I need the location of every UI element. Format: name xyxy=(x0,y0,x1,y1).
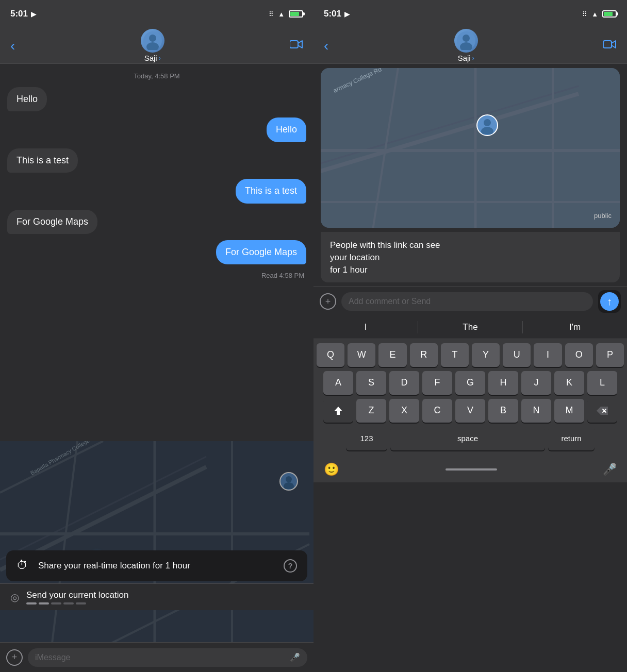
right-nav-bar: ‹ Saji › xyxy=(314,28,627,64)
right-message-input[interactable]: Add comment or Send xyxy=(341,292,593,311)
key-Y[interactable]: Y xyxy=(472,343,500,367)
question-icon[interactable]: ? xyxy=(284,559,297,573)
key-F[interactable]: F xyxy=(422,371,452,395)
key-O[interactable]: O xyxy=(565,343,593,367)
keyboard-row-3: Z X C V B N M xyxy=(317,399,624,423)
key-R[interactable]: R xyxy=(410,343,438,367)
svg-line-20 xyxy=(321,94,579,171)
left-plus-button[interactable]: + xyxy=(6,649,23,666)
send-current-location-row[interactable]: ◎ Send your current location xyxy=(0,583,314,610)
battery-icon xyxy=(289,10,303,18)
svg-rect-19 xyxy=(603,41,612,48)
keyboard-row-2: A S D F G H J K L xyxy=(317,371,624,395)
space-key[interactable]: space xyxy=(390,427,545,450)
right-status-time: 5:01 ▶ xyxy=(324,9,350,19)
left-placeholder: iMessage xyxy=(35,653,70,662)
key-M[interactable]: M xyxy=(554,399,584,423)
key-W[interactable]: W xyxy=(348,343,375,367)
share-location-left: ⏱ Share your real-time location for 1 ho… xyxy=(16,559,190,573)
key-U[interactable]: U xyxy=(503,343,531,367)
suggestion-I[interactable]: I xyxy=(314,322,418,332)
key-Q[interactable]: Q xyxy=(317,343,344,367)
key-N[interactable]: N xyxy=(521,399,551,423)
suggestion-The[interactable]: The xyxy=(418,322,522,332)
key-S[interactable]: S xyxy=(356,371,386,395)
keyboard-row-4: 123 space return xyxy=(317,427,624,450)
right-map-card[interactable]: armacy College Rd public xyxy=(321,68,620,228)
home-indicator xyxy=(446,468,497,471)
bubble-maps-sent: For Google Maps xyxy=(216,240,306,264)
suggestion-Im[interactable]: I'm xyxy=(523,322,627,332)
share-location-bar[interactable]: ⏱ Share your real-time location for 1 ho… xyxy=(6,550,307,581)
bubble-hello-received: Hello xyxy=(7,87,47,111)
left-phone-panel: 5:01 ▶ ⠿ ▲ ‹ xyxy=(0,0,314,672)
key-P[interactable]: P xyxy=(596,343,624,367)
right-status-icons: ⠿ ▲ xyxy=(582,10,617,18)
bubble-hello-sent: Hello xyxy=(267,117,306,142)
right-map-roads xyxy=(321,68,620,228)
left-nav-center[interactable]: Saji › xyxy=(141,29,164,62)
bubble-test-received: This is a test xyxy=(7,148,78,173)
shift-key[interactable] xyxy=(323,399,353,423)
keyboard-suggestions: I The I'm xyxy=(314,316,627,339)
key-K[interactable]: K xyxy=(554,371,584,395)
left-back-button[interactable]: ‹ xyxy=(10,38,15,54)
send-button[interactable]: ↑ xyxy=(598,290,621,313)
key-C[interactable]: C xyxy=(422,399,452,423)
svg-rect-3 xyxy=(290,41,298,48)
right-wifi-icon: ▲ xyxy=(591,10,598,18)
key-H[interactable]: H xyxy=(488,371,518,395)
numbers-key[interactable]: 123 xyxy=(346,427,387,450)
location-info-line3: for 1 hour xyxy=(330,265,610,275)
left-contact-chevron: › xyxy=(159,55,161,62)
svg-point-28 xyxy=(484,119,491,126)
keyboard-row-1: Q W E R T Y U I O P xyxy=(317,343,624,367)
send-current-location-label: Send your current location xyxy=(26,590,128,604)
key-Z[interactable]: Z xyxy=(356,399,386,423)
right-video-button[interactable] xyxy=(603,39,617,53)
delete-key[interactable] xyxy=(587,399,617,423)
keyboard: I The I'm Q W E R T Y U I O P A xyxy=(314,316,627,482)
return-key[interactable]: return xyxy=(548,427,595,450)
location-info-line1: People with this link can see xyxy=(330,239,610,251)
right-map-user-pin xyxy=(476,114,498,136)
right-nav-center[interactable]: Saji › xyxy=(454,29,478,62)
right-contact-name: Saji › xyxy=(458,54,474,62)
key-V[interactable]: V xyxy=(455,399,485,423)
left-status-time: 5:01 ▶ xyxy=(10,9,36,19)
timestamp-label: Today, 4:58 PM xyxy=(7,72,306,80)
key-D[interactable]: D xyxy=(389,371,419,395)
share-location-text: Share your real-time location for 1 hour xyxy=(38,561,190,571)
loading-dots xyxy=(26,602,128,604)
location-info-box: People with this link can see your locat… xyxy=(321,232,620,282)
right-contact-chevron: › xyxy=(472,55,474,62)
key-G[interactable]: G xyxy=(455,371,485,395)
left-status-bar: 5:01 ▶ ⠿ ▲ xyxy=(0,0,314,28)
emoji-key[interactable]: 🙂 xyxy=(324,462,339,477)
right-location-arrow-icon: ▶ xyxy=(344,10,350,18)
key-T[interactable]: T xyxy=(441,343,469,367)
bubble-test-sent: This is a test xyxy=(236,179,306,203)
key-I[interactable]: I xyxy=(534,343,562,367)
right-back-button[interactable]: ‹ xyxy=(324,38,328,54)
right-placeholder: Add comment or Send xyxy=(349,297,431,306)
key-E[interactable]: E xyxy=(378,343,406,367)
right-public-label: public xyxy=(594,212,612,220)
key-B[interactable]: B xyxy=(488,399,518,423)
left-message-input[interactable]: iMessage 🎤 xyxy=(28,648,307,667)
location-circle-icon: ◎ xyxy=(10,591,19,603)
key-A[interactable]: A xyxy=(323,371,353,395)
keyboard-bottom: 🙂 🎤 xyxy=(314,457,627,482)
left-input-bar: + iMessage 🎤 xyxy=(0,642,314,672)
key-L[interactable]: L xyxy=(587,371,617,395)
keyboard-mic-icon[interactable]: 🎤 xyxy=(603,463,617,476)
right-plus-button[interactable]: + xyxy=(320,293,336,310)
table-row: For Google Maps xyxy=(7,210,306,234)
left-mic-icon[interactable]: 🎤 xyxy=(290,652,300,662)
svg-point-1 xyxy=(149,35,156,42)
key-X[interactable]: X xyxy=(389,399,419,423)
left-status-icons: ⠿ ▲ xyxy=(269,10,303,18)
key-J[interactable]: J xyxy=(521,371,551,395)
right-battery-icon xyxy=(602,10,617,18)
left-video-button[interactable] xyxy=(290,39,303,53)
